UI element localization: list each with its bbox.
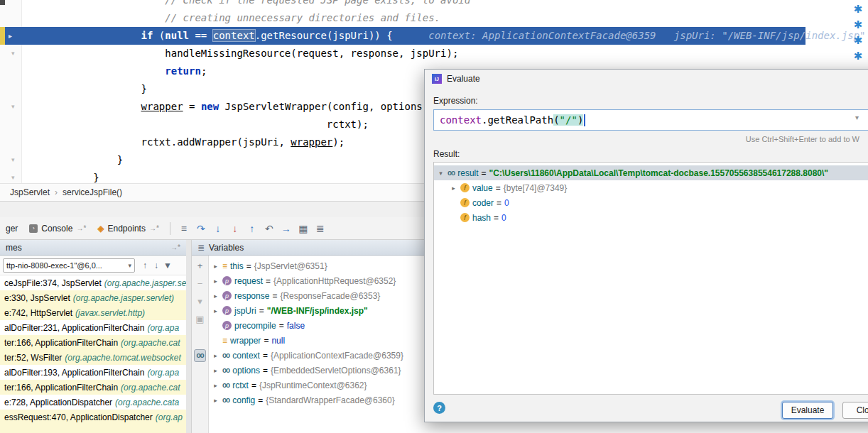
step-out-icon[interactable]: ↑ (244, 218, 261, 239)
code-line[interactable]: } (21, 80, 147, 98)
breadcrumb-method[interactable]: serviceJspFile() (63, 187, 122, 197)
gear-icon[interactable]: ✱ (852, 3, 864, 16)
code-token (21, 101, 141, 112)
expand-chevron-icon[interactable]: ▸ (212, 367, 219, 374)
field-icon: f (460, 183, 470, 192)
stack-frame-row[interactable]: alDoFilter:193, ApplicationFilterChain(o… (0, 365, 186, 380)
code-token: null (165, 30, 189, 41)
evaluate-button[interactable]: Evaluate (782, 402, 833, 419)
expand-chevron-icon[interactable]: ▾ (437, 170, 445, 177)
expression-history-chevron-icon[interactable]: ▾ (855, 114, 859, 121)
expand-chevron-icon[interactable]: ▸ (212, 263, 219, 270)
stack-frame-row[interactable]: essRequest:470, ApplicationDispatcher(or… (0, 410, 186, 424)
code-line[interactable]: rctxt.addWrapper(jspUri, wrapper); (21, 133, 345, 151)
fold-arrow-icon[interactable]: ▾ (11, 169, 15, 183)
variable-value: {StandardWrapperFacade@6360} (266, 395, 394, 405)
close-button[interactable]: Close (842, 402, 868, 419)
tab-endpoints[interactable]: ◈ Endpoints →* (92, 217, 165, 239)
filter-frames-icon[interactable]: ▼ (162, 261, 173, 270)
breadcrumb-class[interactable]: JspServlet (10, 187, 50, 197)
remove-watch-icon[interactable]: − (197, 279, 203, 289)
settings-menu-icon[interactable]: ≡ (175, 218, 192, 239)
stack-frame-row[interactable] (0, 424, 186, 433)
code-line[interactable]: } (21, 169, 99, 183)
frame-package: (javax.servlet.http) (75, 308, 145, 318)
show-watches-icon[interactable]: oo (194, 349, 205, 362)
expand-chevron-icon[interactable]: ▸ (212, 397, 219, 404)
stack-frame-row[interactable]: e:728, ApplicationDispatcher(org.apache.… (0, 395, 186, 410)
variable-name: response (234, 291, 269, 301)
gear-icon[interactable]: ✱ (852, 18, 864, 31)
add-watch-icon[interactable]: + (197, 261, 203, 271)
frames-list: ceJspFile:374, JspServlet(org.apache.jas… (0, 275, 186, 433)
code-line[interactable]: // Check if the requested JSP page exist… (21, 0, 470, 9)
stack-frame-row[interactable]: ceJspFile:374, JspServlet(org.apache.jas… (0, 275, 186, 290)
expression-token: context (440, 114, 482, 126)
panel-splitter[interactable] (186, 240, 192, 433)
frames-pin-icon[interactable]: →* (170, 243, 180, 251)
endpoints-icon: ◈ (97, 224, 104, 234)
frame-location: alDoFilter:231, ApplicationFilterChain (4, 323, 144, 333)
tab-pin-icon[interactable]: →* (149, 224, 159, 232)
code-line[interactable]: // creating unnecessary directories and … (21, 9, 440, 27)
stack-frame-row[interactable]: alDoFilter:231, ApplicationFilterChain(o… (0, 320, 186, 335)
result-tree: ▾ooresult="C:\Users\11860\AppData\Local\… (433, 162, 868, 395)
result-row[interactable]: fhash=0 (434, 210, 868, 225)
result-value: {byte[74]@7349} (504, 183, 568, 193)
code-token (21, 0, 165, 6)
fold-arrow-icon[interactable]: ▾ (11, 45, 15, 62)
result-name: coder (472, 198, 494, 208)
layout-settings-icon[interactable]: ≣ (312, 218, 329, 239)
tab-debugger[interactable]: ger (0, 217, 23, 239)
force-step-into-icon[interactable]: ↓ (227, 218, 244, 239)
thread-selector-dropdown[interactable]: ttp-nio-8080-exec-1"@6,0... ▾ (3, 258, 135, 273)
expand-chevron-icon[interactable]: ▸ (212, 307, 219, 314)
drop-frame-icon[interactable]: ↶ (261, 218, 278, 239)
result-row[interactable]: ▸fvalue={byte[74]@7349} (434, 180, 868, 195)
tab-console[interactable]: › Console →* (23, 217, 92, 239)
code-line[interactable]: return; (21, 62, 207, 80)
variable-value: {ApplicationHttpRequest@6352} (273, 276, 396, 286)
step-into-icon[interactable]: ↓ (210, 218, 227, 239)
breakpoint-marker[interactable] (0, 27, 5, 45)
stack-frame-row[interactable]: ter:166, ApplicationFilterChain(org.apac… (0, 380, 186, 395)
expand-chevron-icon[interactable]: ▸ (212, 352, 219, 359)
stack-frame-row[interactable]: e:330, JspServlet(org.apache.jasper.serv… (0, 290, 186, 305)
run-to-cursor-icon[interactable]: → (278, 218, 295, 239)
expand-chevron-icon[interactable]: ▸ (212, 278, 219, 285)
code-line[interactable]: } (21, 151, 123, 169)
fold-arrow-icon[interactable]: ▾ (11, 151, 15, 169)
execution-point-gutter[interactable]: ▸ (0, 27, 21, 45)
fold-arrow-icon[interactable]: ▾ (11, 98, 15, 116)
variable-name: wrapper (230, 336, 261, 346)
next-frame-icon[interactable]: ↓ (151, 261, 162, 270)
copy-value-icon[interactable]: ▣ (195, 314, 204, 324)
frame-package: (org.apache.tomcat.websocket (65, 353, 180, 363)
code-line[interactable]: handleMissingResource(request, response,… (21, 45, 458, 62)
gear-icon[interactable]: ✱ (852, 50, 864, 62)
previous-frame-icon[interactable]: ↑ (139, 261, 151, 270)
tab-pin-icon[interactable]: →* (76, 224, 86, 232)
step-over-icon[interactable]: ↷ (192, 218, 210, 239)
expand-all-icon[interactable]: ▾ (197, 297, 202, 307)
expression-input[interactable]: context.getRealPath("/") (433, 109, 868, 131)
evaluate-dialog-titlebar[interactable]: IJ Evaluate (425, 70, 868, 88)
result-row[interactable]: ▾ooresult="C:\Users\11860\AppData\Local\… (434, 165, 868, 180)
toolbar-separator (170, 222, 170, 235)
result-row[interactable]: fcoder=0 (434, 195, 868, 210)
code-line[interactable]: wrapper = new JspServletWrapper(config, … (21, 98, 477, 116)
stack-frame-row[interactable]: e:742, HttpServlet(javax.servlet.http) (0, 305, 186, 320)
code-line[interactable]: rctxt); (21, 116, 369, 133)
variable-value: {JspServlet@6351} (254, 261, 327, 271)
frame-package: (org.ap (156, 412, 183, 422)
view-as-table-icon[interactable]: ▦ (295, 218, 312, 239)
stack-frame-row[interactable]: ter:52, WsFilter(org.apache.tomcat.webso… (0, 350, 186, 365)
current-execution-line[interactable]: if (null == context.getResource(jspUri))… (21, 27, 805, 45)
frames-header-label: mes (6, 243, 22, 253)
gear-icon[interactable]: ✱ (852, 34, 864, 47)
help-icon[interactable]: ? (433, 402, 445, 414)
stack-frame-row[interactable]: ter:166, ApplicationFilterChain(org.apac… (0, 335, 186, 350)
expand-chevron-icon[interactable]: ▸ (450, 185, 457, 192)
expand-chevron-icon[interactable]: ▸ (212, 292, 219, 300)
expand-chevron-icon[interactable]: ▸ (212, 382, 219, 389)
